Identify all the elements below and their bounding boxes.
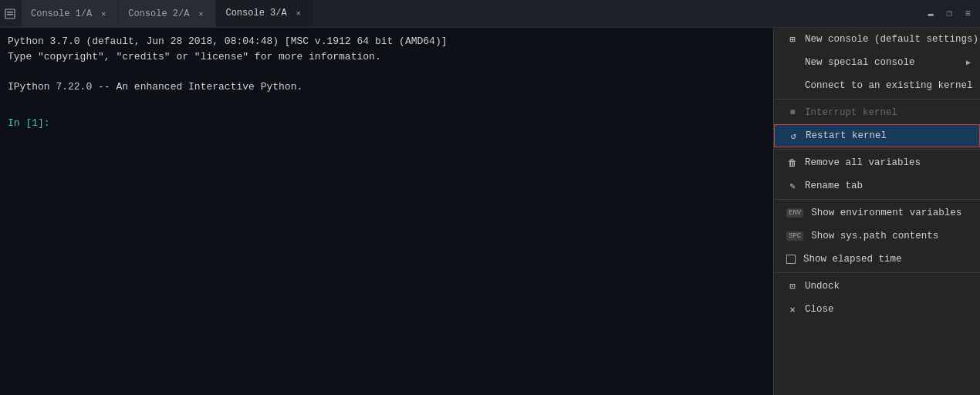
minimize-button[interactable]: ▬ bbox=[924, 8, 937, 20]
env-badge: ENV bbox=[786, 208, 803, 218]
separator-1 bbox=[774, 99, 980, 100]
console-line-5 bbox=[8, 94, 765, 110]
svg-rect-1 bbox=[7, 12, 13, 13]
menu-item-new-special-console[interactable]: New special console ▶ bbox=[774, 51, 980, 74]
svg-rect-2 bbox=[7, 14, 13, 15]
tab-console-3[interactable]: Console 3/A ✕ bbox=[216, 0, 313, 27]
console-line-2: Type "copyright", "credits" or "license"… bbox=[8, 49, 765, 65]
menu-item-show-env[interactable]: ENV Show environment variables bbox=[774, 201, 980, 225]
console-line-1: Python 3.7.0 (default, Jun 28 2018, 08:0… bbox=[8, 34, 765, 49]
menu-label-rename: Rename tab bbox=[805, 181, 863, 191]
console-line-3 bbox=[8, 64, 765, 79]
menu-item-close[interactable]: ✕ Close bbox=[774, 298, 980, 321]
console-prompt[interactable]: In [1]: bbox=[8, 116, 765, 131]
spc-badge: SPC bbox=[786, 231, 803, 241]
restart-icon: ↺ bbox=[787, 130, 799, 142]
console-line-4: IPython 7.22.0 -- An enhanced Interactiv… bbox=[8, 79, 765, 95]
title-bar-controls: ▬ ❐ ≡ bbox=[924, 8, 980, 20]
menu-item-rename-tab[interactable]: ✎ Rename tab bbox=[774, 174, 980, 198]
undock-icon: ⊡ bbox=[786, 280, 799, 292]
menu-label-new-special: New special console bbox=[805, 57, 915, 68]
rename-icon: ✎ bbox=[786, 180, 799, 192]
close-icon: ✕ bbox=[786, 303, 799, 316]
tab-close-2[interactable]: ✕ bbox=[195, 8, 206, 19]
menu-label-show-path: Show sys.path contents bbox=[811, 231, 938, 241]
tab-console-1[interactable]: Console 1/A ✕ bbox=[22, 0, 119, 27]
menu-label-show-elapsed: Show elapsed time bbox=[803, 254, 902, 265]
tab-console-2[interactable]: Console 2/A ✕ bbox=[119, 0, 216, 27]
menu-label-close: Close bbox=[805, 304, 834, 315]
interrupt-icon: ■ bbox=[786, 106, 799, 119]
menu-item-connect-kernel[interactable]: Connect to an existing kernel bbox=[774, 74, 980, 97]
menu-item-undock[interactable]: ⊡ Undock bbox=[774, 275, 980, 298]
separator-4 bbox=[774, 272, 980, 273]
menu-label-interrupt: Interrupt kernel bbox=[805, 107, 897, 118]
elapsed-checkbox[interactable] bbox=[786, 255, 796, 264]
tab-label-3: Console 3/A bbox=[225, 8, 286, 19]
tab-label-2: Console 2/A bbox=[128, 8, 189, 19]
console-area: Python 3.7.0 (default, Jun 28 2018, 08:0… bbox=[0, 28, 773, 395]
menu-item-show-path[interactable]: SPC Show sys.path contents bbox=[774, 225, 980, 248]
new-console-icon: ⊞ bbox=[786, 33, 799, 46]
menu-label-restart: Restart kernel bbox=[806, 130, 887, 141]
connect-icon bbox=[786, 79, 799, 92]
menu-item-show-elapsed[interactable]: Show elapsed time bbox=[774, 248, 980, 271]
menu-item-remove-variables[interactable]: 🗑 Remove all variables bbox=[774, 151, 980, 174]
arrow-icon: ▶ bbox=[966, 58, 971, 67]
menu-label-undock: Undock bbox=[805, 281, 840, 292]
menu-label-remove: Remove all variables bbox=[805, 157, 921, 168]
menu-label-show-env: Show environment variables bbox=[811, 208, 961, 218]
tab-close-3[interactable]: ✕ bbox=[293, 8, 304, 19]
remove-icon: 🗑 bbox=[786, 157, 799, 169]
separator-3 bbox=[774, 199, 980, 200]
menu-button[interactable]: ≡ bbox=[961, 8, 974, 20]
tab-label-1: Console 1/A bbox=[31, 8, 92, 19]
new-special-icon bbox=[786, 56, 799, 69]
title-bar: Console 1/A ✕ Console 2/A ✕ Console 3/A … bbox=[0, 0, 980, 28]
menu-item-new-console[interactable]: ⊞ New console (default settings) bbox=[774, 28, 980, 51]
restore-button[interactable]: ❐ bbox=[943, 8, 955, 20]
context-menu: ⊞ New console (default settings) New spe… bbox=[773, 28, 980, 395]
menu-label-connect: Connect to an existing kernel bbox=[805, 80, 973, 91]
menu-label-new-console: New console (default settings) bbox=[805, 34, 978, 45]
tabs-area: Console 1/A ✕ Console 2/A ✕ Console 3/A … bbox=[22, 0, 314, 27]
menu-item-interrupt: ■ Interrupt kernel bbox=[774, 101, 980, 124]
menu-item-restart[interactable]: ↺ Restart kernel bbox=[774, 124, 980, 147]
tab-close-1[interactable]: ✕ bbox=[98, 8, 109, 19]
window-icon bbox=[3, 7, 17, 21]
separator-2 bbox=[774, 149, 980, 150]
